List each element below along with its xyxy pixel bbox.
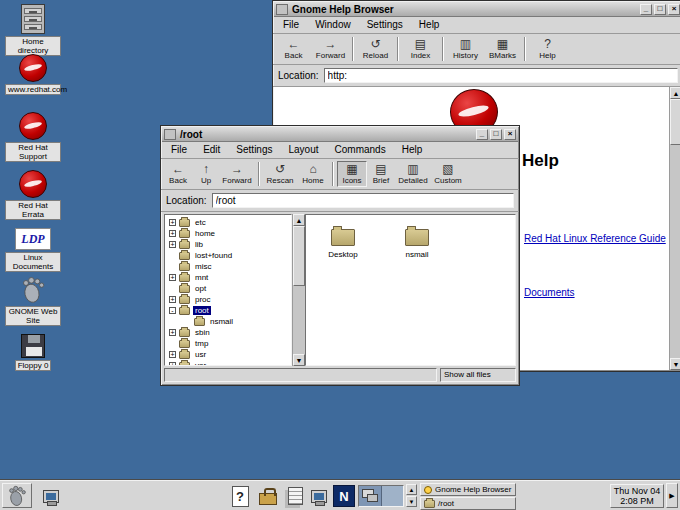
desktop-icon-redhat-com[interactable]: www.redhat.com — [4, 54, 62, 95]
back-button[interactable]: ← Back — [163, 161, 193, 187]
desktop-icon-redhat-support[interactable]: Red Hat Support — [4, 112, 62, 162]
pager-desktop-2[interactable] — [381, 486, 404, 506]
tree-expander-icon[interactable]: + — [169, 274, 176, 281]
scrollbar-trough[interactable] — [670, 145, 680, 358]
tree-expander-icon[interactable]: + — [169, 329, 176, 336]
minimize-button[interactable]: _ — [640, 4, 652, 15]
tree-item[interactable]: + etc — [165, 217, 291, 228]
tree-expander-icon[interactable]: + — [169, 362, 176, 366]
tree-item[interactable]: + var — [165, 360, 291, 366]
file-item-nsmail[interactable]: nsmail — [390, 229, 444, 259]
detailed-view-button[interactable]: ▥ Detailed — [395, 161, 431, 187]
tree-scrollbar[interactable]: ▲ ▼ — [292, 214, 305, 366]
file-icon-pane[interactable]: Desktop nsmail — [305, 214, 516, 366]
bmarks-button[interactable]: ▦ BMarks — [484, 36, 521, 62]
back-button[interactable]: ← Back — [275, 36, 312, 62]
tree-item[interactable]: + lib — [165, 239, 291, 250]
menu-help[interactable]: Help — [394, 143, 431, 157]
tree-expander-icon[interactable]: + — [169, 351, 176, 358]
help-button[interactable]: ? Help — [529, 36, 566, 62]
menu-edit[interactable]: Edit — [195, 143, 228, 157]
tree-item[interactable]: tmp — [165, 338, 291, 349]
tree-item[interactable]: misc — [165, 261, 291, 272]
menu-layout[interactable]: Layout — [281, 143, 327, 157]
tree-item-selected[interactable]: - root — [165, 305, 291, 316]
menu-window[interactable]: Window — [307, 18, 359, 32]
minimize-button[interactable]: _ — [476, 129, 488, 140]
scrollbar-thumb[interactable] — [670, 99, 680, 145]
menu-file[interactable]: File — [163, 143, 195, 157]
tree-item[interactable]: opt — [165, 283, 291, 294]
window-menu-icon[interactable] — [276, 4, 288, 15]
tree-item[interactable]: + home — [165, 228, 291, 239]
task-help-browser[interactable]: Gnome Help Browser — [420, 483, 516, 496]
home-button[interactable]: ⌂ Home — [297, 161, 329, 187]
tree-item[interactable]: + mnt — [165, 272, 291, 283]
close-button[interactable]: × — [504, 129, 516, 140]
forward-button[interactable]: → Forward — [219, 161, 255, 187]
tree-item[interactable]: lost+found — [165, 250, 291, 261]
tree-expander-icon[interactable]: + — [169, 296, 176, 303]
scroll-up-icon[interactable]: ▲ — [293, 214, 305, 226]
tree-expander-icon[interactable]: + — [169, 230, 176, 237]
menu-file[interactable]: File — [275, 18, 307, 32]
netscape-launcher[interactable]: N — [332, 484, 356, 508]
scroll-down-icon[interactable]: ▼ — [293, 354, 305, 366]
brief-view-button[interactable]: ▤ Brief — [367, 161, 395, 187]
terminal-launcher[interactable] — [40, 484, 62, 508]
tasklist-scroll-down-icon[interactable]: ▼ — [406, 496, 417, 507]
task-file-manager[interactable]: /root — [420, 497, 516, 510]
menu-settings[interactable]: Settings — [228, 143, 280, 157]
panel-hide-arrow-icon[interactable]: ▶ — [666, 483, 678, 508]
window-menu-icon[interactable] — [164, 129, 176, 140]
scrollbar-thumb[interactable] — [293, 226, 305, 286]
tree-expander-icon[interactable]: + — [169, 241, 176, 248]
tree-expander-icon[interactable]: + — [169, 219, 176, 226]
location-input[interactable] — [324, 68, 678, 83]
close-button[interactable]: × — [668, 4, 680, 15]
desktop-icon-ldp[interactable]: LDP Linux Documents — [4, 228, 62, 272]
main-menu-button[interactable] — [2, 483, 32, 508]
maximize-button[interactable]: □ — [654, 4, 666, 15]
help-window-titlebar[interactable]: Gnome Help Browser _ □ × — [274, 2, 680, 17]
desktop-icon-floppy[interactable]: Floppy 0 — [4, 334, 62, 371]
desktop-icon-gnome-web[interactable]: GNOME Web Site — [4, 276, 62, 326]
tree-item[interactable]: nsmail — [165, 316, 291, 327]
forward-button[interactable]: → Forward — [312, 36, 349, 62]
location-input[interactable] — [212, 193, 514, 208]
rescan-button[interactable]: ↺ Rescan — [263, 161, 297, 187]
history-button[interactable]: ▥ History — [447, 36, 484, 62]
up-button[interactable]: ↑ Up — [193, 161, 219, 187]
maximize-button[interactable]: □ — [490, 129, 502, 140]
file-item-desktop[interactable]: Desktop — [316, 229, 370, 259]
help-browser-launcher[interactable]: ? — [228, 484, 252, 508]
toolbox-launcher[interactable] — [256, 484, 280, 508]
tasklist-scroll-up-icon[interactable]: ▲ — [406, 484, 417, 495]
desktop-icon-home-directory[interactable]: Home directory — [4, 4, 62, 56]
display-settings-launcher[interactable] — [307, 484, 331, 508]
menu-commands[interactable]: Commands — [327, 143, 394, 157]
link-documents[interactable]: Documents — [524, 287, 575, 298]
pager-desktop-1[interactable] — [359, 486, 381, 506]
scrollbar-trough[interactable] — [293, 286, 305, 354]
tree-item[interactable]: + sbin — [165, 327, 291, 338]
custom-view-button[interactable]: ▧ Custom — [431, 161, 465, 187]
reload-button[interactable]: ↺ Reload — [357, 36, 394, 62]
tree-item[interactable]: + usr — [165, 349, 291, 360]
index-button[interactable]: ▤ Index — [402, 36, 439, 62]
documents-launcher[interactable] — [283, 484, 307, 508]
clock-applet[interactable]: Thu Nov 04 2:08 PM — [610, 484, 664, 508]
link-reference-guide[interactable]: Red Hat Linux Reference Guide — [524, 233, 666, 244]
menu-settings[interactable]: Settings — [359, 18, 411, 32]
icons-view-button[interactable]: ▦ Icons — [337, 161, 367, 187]
desktop-background[interactable]: Home directory www.redhat.com Red Hat Su… — [0, 0, 680, 510]
tree-item[interactable]: + proc — [165, 294, 291, 305]
file-window-titlebar[interactable]: /root _ □ × — [162, 127, 518, 142]
scroll-up-icon[interactable]: ▲ — [670, 87, 680, 99]
help-scrollbar[interactable]: ▲ ▼ — [669, 87, 680, 370]
desk-guide-pager[interactable] — [358, 485, 404, 507]
desktop-icon-redhat-errata[interactable]: Red Hat Errata — [4, 170, 62, 220]
menu-help[interactable]: Help — [411, 18, 448, 32]
tree-expander-icon[interactable]: - — [169, 307, 176, 314]
scroll-down-icon[interactable]: ▼ — [670, 358, 680, 370]
